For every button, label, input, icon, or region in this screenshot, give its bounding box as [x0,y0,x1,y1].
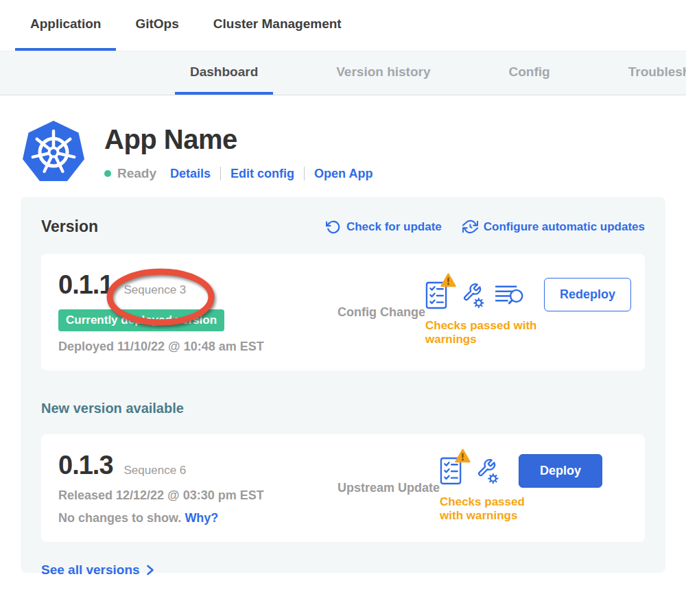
tab-cluster-management[interactable]: Cluster Management [198,0,357,51]
deploy-button[interactable]: Deploy [519,454,602,488]
secondary-nav: Dashboard Version history Config Trouble… [0,51,686,95]
configure-automatic-updates-label: Configure automatic updates [484,220,645,234]
divider [220,167,221,180]
app-header: App Name Ready Details Edit config Open … [0,95,686,183]
app-status-row: Ready Details Edit config Open App [104,166,372,181]
status-text: Ready [117,166,156,181]
wrench-gear-icon[interactable] [474,457,499,484]
current-checks-status: Checks passed with warnings [425,319,541,346]
new-version-card: 0.1.3 Sequence 6 Released 12/12/22 @ 03:… [41,434,645,542]
page: Application GitOps Cluster Management Da… [0,0,686,616]
kubernetes-logo [22,120,85,183]
open-app-link[interactable]: Open App [314,167,372,181]
tab-cluster-management-label: Cluster Management [213,16,342,32]
tab-gitops[interactable]: GitOps [120,0,193,51]
tab-config-label: Config [509,64,550,80]
new-version-sequence: Sequence 6 [124,464,187,477]
current-version-card: 0.1.1 Sequence 3 Currently deployed vers… [41,254,645,370]
warning-triangle-icon [455,449,471,463]
tab-dashboard-label: Dashboard [190,64,258,80]
new-checks-status: Checks passed with warnings [440,495,547,523]
current-version-number: 0.1.1 [58,270,113,300]
tab-application[interactable]: Application [15,0,116,51]
chevron-right-icon [146,565,154,576]
released-timestamp: Released 12/12/22 @ 03:30 pm EST [58,488,295,503]
tab-application-label: Application [30,16,101,32]
details-link[interactable]: Details [170,167,211,181]
wrench-gear-icon[interactable] [460,281,484,309]
warning-triangle-icon [440,273,456,287]
current-version-type: Config Change [338,305,425,320]
status-dot-icon [104,170,111,177]
primary-nav: Application GitOps Cluster Management [0,0,686,51]
version-panel-title: Version [41,217,98,236]
why-link[interactable]: Why? [185,511,218,525]
edit-config-link[interactable]: Edit config [230,167,294,181]
divider [304,167,305,180]
configure-automatic-updates-link[interactable]: Configure automatic updates [462,219,645,235]
check-for-update-label: Check for update [346,220,442,234]
log-search-icon[interactable] [495,283,524,307]
tab-troubleshoot-label: Troubleshoot [628,64,686,80]
new-version-heading: New version available [41,401,645,416]
see-all-versions-label: See all versions [41,562,140,578]
tab-troubleshoot[interactable]: Troubleshoot [613,51,686,95]
no-changes-text: No changes to show. [58,511,181,525]
auto-update-clock-icon [462,219,478,235]
tab-dashboard[interactable]: Dashboard [175,51,273,95]
tab-version-history[interactable]: Version history [321,51,445,95]
app-name-title: App Name [104,124,372,155]
preflight-checks-icon[interactable] [440,456,464,485]
deployed-badge: Currently deployed version [58,309,224,331]
see-all-versions-link[interactable]: See all versions [41,562,154,578]
redeploy-button[interactable]: Redeploy [544,278,631,311]
tab-gitops-label: GitOps [135,16,178,32]
new-version-number: 0.1.3 [58,451,113,480]
tab-config[interactable]: Config [494,51,565,95]
tab-version-history-label: Version history [336,64,430,80]
deployed-timestamp: Deployed 11/10/22 @ 10:48 am EST [58,340,295,354]
new-version-type: Upstream Update [338,481,440,495]
preflight-checks-icon[interactable] [425,281,449,309]
version-panel: Version Check for update [21,197,665,573]
check-for-update-link[interactable]: Check for update [326,220,442,235]
current-version-sequence: Sequence 3 [124,283,187,297]
refresh-icon [326,220,341,235]
